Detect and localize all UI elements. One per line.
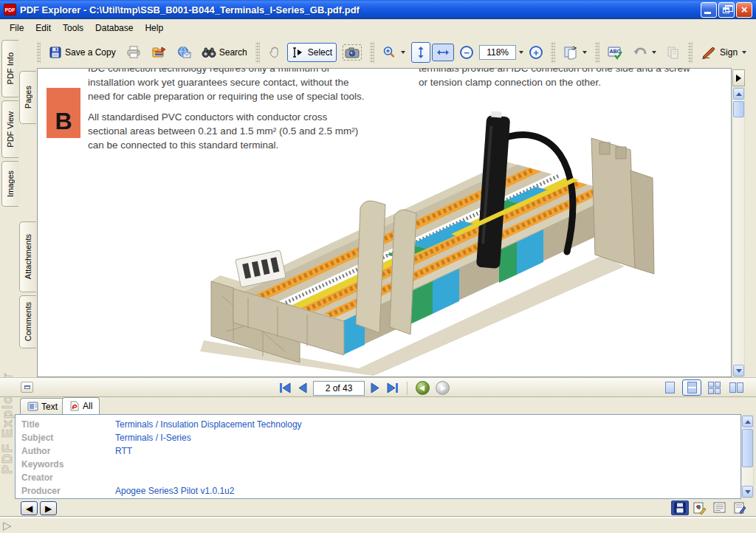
fit-width-button[interactable] — [432, 44, 454, 61]
status-triangle-icon: ▷ — [3, 519, 12, 532]
pdf-icon — [69, 401, 80, 411]
menu-file[interactable]: File — [4, 21, 30, 35]
metadata-tools — [671, 501, 749, 515]
view-text-report-button[interactable] — [711, 501, 729, 515]
toolbar-grip — [595, 41, 599, 63]
sidebar-tab-pages[interactable]: Pages — [19, 71, 36, 124]
save-metadata-button[interactable] — [671, 501, 689, 515]
restore-button[interactable] — [718, 2, 735, 18]
sidebar-tab-pdf-info[interactable]: PDF Info — [1, 40, 18, 97]
search-label: Search — [219, 47, 247, 58]
facing-layout-button[interactable] — [726, 379, 746, 396]
globe-mail-icon — [176, 46, 191, 59]
snapshot-button[interactable] — [338, 41, 366, 64]
sign-label: Sign — [720, 47, 738, 58]
record-nav-row: ◀ ▶ — [0, 500, 756, 517]
scroll-thumb[interactable] — [733, 101, 744, 117]
menu-bar: File Edit Tools Database Help — [0, 19, 756, 37]
continuous-facing-layout-button[interactable] — [704, 379, 724, 396]
hand-tool-button[interactable] — [264, 42, 286, 63]
extract-pages-caret — [583, 51, 587, 54]
single-page-layout-button[interactable] — [660, 379, 679, 396]
previous-record-button[interactable]: ◀ — [21, 501, 38, 515]
annotate-button[interactable] — [731, 501, 749, 515]
print-button[interactable] — [122, 42, 145, 63]
continuous-layout-button[interactable] — [682, 379, 701, 396]
go-forward-button[interactable] — [436, 381, 450, 395]
first-page-button[interactable] — [279, 382, 292, 393]
single-page-icon — [665, 382, 675, 393]
left-arrow-icon: ◀ — [26, 504, 32, 513]
menu-help[interactable]: Help — [139, 21, 169, 35]
pdf-page-view[interactable]: IDC connection technology requires only … — [37, 68, 732, 377]
sidebar-tab-comments[interactable]: Comments — [19, 295, 36, 348]
toolbar-grip — [551, 41, 555, 63]
metadata-row: Subject Terminals / I-Series — [16, 431, 740, 444]
meta-scroll-up-button[interactable] — [742, 416, 753, 427]
sign-button[interactable]: Sign — [696, 42, 751, 63]
go-back-button[interactable] — [416, 381, 430, 395]
fit-height-button[interactable] — [411, 42, 430, 63]
zoom-in-button[interactable]: + — [525, 42, 547, 63]
export-button[interactable] — [147, 42, 171, 63]
sidebar-tab-images[interactable]: Images — [1, 161, 18, 207]
meta-value: Terminals / I-Series — [115, 433, 191, 443]
copy-pages-button[interactable] — [662, 42, 684, 63]
panel-collapse-button[interactable] — [21, 382, 33, 393]
toolbar-grip — [370, 41, 374, 63]
scroll-up-icon — [736, 92, 742, 96]
metadata-row: Keywords — [16, 458, 740, 471]
metadata-scrollbar[interactable] — [741, 415, 754, 498]
meta-label: Producer — [21, 486, 115, 496]
scroll-up-button[interactable] — [733, 88, 744, 100]
sidebar-tab-attachments[interactable]: Attachments — [19, 221, 36, 292]
expand-right-icon — [736, 75, 741, 82]
toolbar-grip — [688, 41, 693, 63]
edit-metadata-button[interactable] — [691, 501, 709, 515]
pdf-view-scrollbar[interactable] — [732, 87, 745, 377]
document-lines-icon — [713, 502, 726, 514]
page-indicator-field[interactable]: 2 of 43 — [313, 381, 365, 396]
menu-tools[interactable]: Tools — [57, 21, 89, 35]
pdf-explorer-window: PDF PDF Explorer - C:\Util\tmp\SSB_B001-… — [0, 0, 756, 533]
sidebar-tab-pdf-view[interactable]: PDF View — [1, 100, 18, 158]
metadata-panel: Title Terminals / Insulation Displacemen… — [15, 414, 741, 499]
document-chart-edit-icon — [693, 502, 707, 515]
save-a-copy-button[interactable]: Save a Copy — [44, 42, 120, 63]
select-tool-button[interactable]: Select — [287, 43, 337, 62]
email-button[interactable] — [172, 42, 196, 63]
page-text-right-column: terminals provide an IDC connection on o… — [419, 68, 732, 89]
extract-pages-button[interactable] — [559, 42, 591, 63]
show-panel-button[interactable] — [732, 69, 745, 86]
tab-text-label: Text — [41, 402, 58, 412]
nav-separator — [407, 382, 408, 395]
menu-database[interactable]: Database — [89, 21, 139, 35]
search-button[interactable]: Search — [197, 42, 252, 63]
meta-scroll-thumb[interactable] — [742, 429, 753, 467]
meta-scroll-down-button[interactable] — [742, 486, 753, 498]
next-page-button[interactable] — [371, 382, 380, 393]
zoom-level-field[interactable]: 118% — [479, 45, 516, 60]
copy-pages-icon — [667, 46, 680, 59]
close-button[interactable]: × — [736, 2, 752, 18]
meta-value: Apogee Series3 Pilot v1.0.1u2 — [115, 486, 234, 496]
tab-text[interactable]: Text — [20, 398, 65, 414]
sidebar: PDF Info PDF View Images Pages Attachmen… — [0, 37, 37, 396]
scroll-down-button[interactable] — [733, 365, 744, 376]
menu-edit[interactable]: Edit — [30, 21, 57, 35]
restore-icon — [723, 7, 729, 13]
undo-button[interactable] — [628, 43, 661, 62]
metadata-row: Title Terminals / Insulation Displacemen… — [16, 418, 740, 431]
previous-page-button[interactable] — [298, 382, 307, 393]
minimize-button[interactable] — [701, 2, 717, 18]
tab-all[interactable]: All — [62, 397, 100, 414]
zoom-tool-button[interactable] — [378, 42, 410, 63]
spellcheck-button[interactable]: ABC — [603, 42, 627, 63]
text-view-icon — [27, 402, 38, 411]
floppy-icon — [49, 46, 62, 59]
next-record-button[interactable]: ▶ — [40, 501, 57, 515]
zoom-out-button[interactable]: − — [456, 42, 478, 63]
zoom-level-caret[interactable] — [519, 51, 523, 54]
undo-caret — [652, 51, 656, 54]
last-page-button[interactable] — [386, 382, 399, 393]
